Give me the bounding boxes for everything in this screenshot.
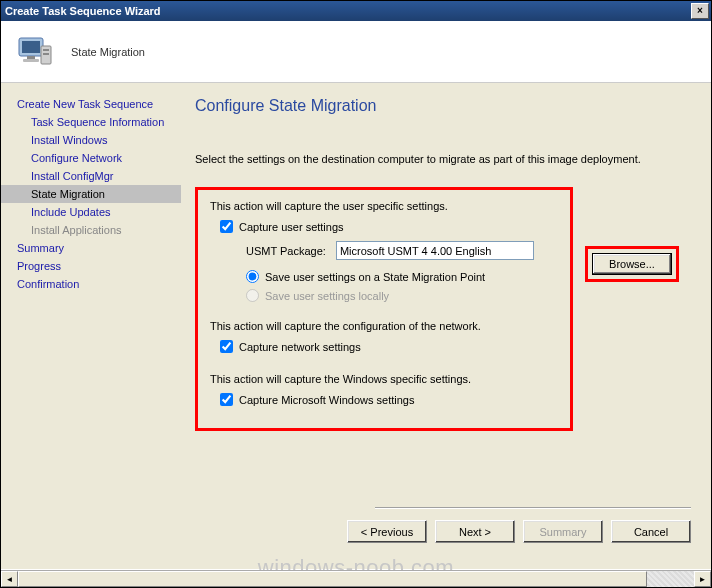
next-button[interactable]: Next > <box>435 520 515 543</box>
svg-rect-5 <box>43 49 49 51</box>
capture-windows-checkbox[interactable] <box>220 393 233 406</box>
section-user-text: This action will capture the user specif… <box>210 200 558 212</box>
wizard-header: State Migration <box>1 21 711 83</box>
radio-smp-label: Save user settings on a State Migration … <box>265 271 485 283</box>
capture-network-label: Capture network settings <box>239 341 361 353</box>
wizard-main: Configure State Migration Select the set… <box>181 83 711 569</box>
wizard-body: Create New Task Sequence Task Sequence I… <box>1 83 711 569</box>
radio-local-row: Save user settings locally <box>210 289 558 302</box>
header-step-name: State Migration <box>71 46 145 58</box>
summary-button: Summary <box>523 520 603 543</box>
sidebar-item-install-apps[interactable]: Install Applications <box>1 221 181 239</box>
capture-windows-row: Capture Microsoft Windows settings <box>210 393 558 406</box>
wizard-sidebar: Create New Task Sequence Task Sequence I… <box>1 83 181 569</box>
capture-network-checkbox[interactable] <box>220 340 233 353</box>
sidebar-item-install-configmgr[interactable]: Install ConfigMgr <box>1 167 181 185</box>
titlebar: Create Task Sequence Wizard × <box>1 1 711 21</box>
browse-highlight: Browse... <box>585 246 679 282</box>
sidebar-item-confirmation[interactable]: Confirmation <box>1 275 181 293</box>
svg-rect-1 <box>22 41 40 53</box>
computer-icon <box>15 32 55 72</box>
svg-rect-3 <box>23 59 39 62</box>
capture-network-row: Capture network settings <box>210 340 558 353</box>
sidebar-item-progress[interactable]: Progress <box>1 257 181 275</box>
section-network-text: This action will capture the configurati… <box>210 320 558 332</box>
settings-highlight: This action will capture the user specif… <box>195 187 573 431</box>
previous-button[interactable]: < Previous <box>347 520 427 543</box>
scroll-track[interactable] <box>18 571 694 587</box>
sidebar-item-create-new[interactable]: Create New Task Sequence <box>1 95 181 113</box>
horizontal-scrollbar[interactable]: ◄ ► <box>1 570 711 587</box>
wizard-footer: < Previous Next > Summary Cancel <box>347 520 691 543</box>
sidebar-item-ts-info[interactable]: Task Sequence Information <box>1 113 181 131</box>
svg-rect-2 <box>27 56 35 59</box>
usmt-package-row: USMT Package: <box>210 241 558 260</box>
browse-button[interactable]: Browse... <box>592 253 672 275</box>
cancel-button[interactable]: Cancel <box>611 520 691 543</box>
page-title: Configure State Migration <box>195 97 691 115</box>
capture-windows-label: Capture Microsoft Windows settings <box>239 394 414 406</box>
radio-save-smp[interactable] <box>246 270 259 283</box>
usmt-package-field[interactable] <box>336 241 534 260</box>
close-button[interactable]: × <box>691 3 709 19</box>
instruction-text: Select the settings on the destination c… <box>195 153 691 165</box>
usmt-label: USMT Package: <box>246 245 326 257</box>
svg-rect-6 <box>43 53 49 55</box>
sidebar-item-summary[interactable]: Summary <box>1 239 181 257</box>
window-title: Create Task Sequence Wizard <box>5 5 691 17</box>
sidebar-item-configure-network[interactable]: Configure Network <box>1 149 181 167</box>
scroll-left-arrow[interactable]: ◄ <box>1 571 18 587</box>
section-windows-text: This action will capture the Windows spe… <box>210 373 558 385</box>
radio-save-local <box>246 289 259 302</box>
sidebar-item-include-updates[interactable]: Include Updates <box>1 203 181 221</box>
capture-user-label: Capture user settings <box>239 221 344 233</box>
capture-user-checkbox[interactable] <box>220 220 233 233</box>
scroll-thumb[interactable] <box>18 571 647 587</box>
capture-user-row: Capture user settings <box>210 220 558 233</box>
sidebar-item-install-windows[interactable]: Install Windows <box>1 131 181 149</box>
radio-local-label: Save user settings locally <box>265 290 389 302</box>
radio-smp-row: Save user settings on a State Migration … <box>210 270 558 283</box>
scroll-right-arrow[interactable]: ► <box>694 571 711 587</box>
footer-separator <box>375 507 691 509</box>
sidebar-item-state-migration[interactable]: State Migration <box>1 185 181 203</box>
